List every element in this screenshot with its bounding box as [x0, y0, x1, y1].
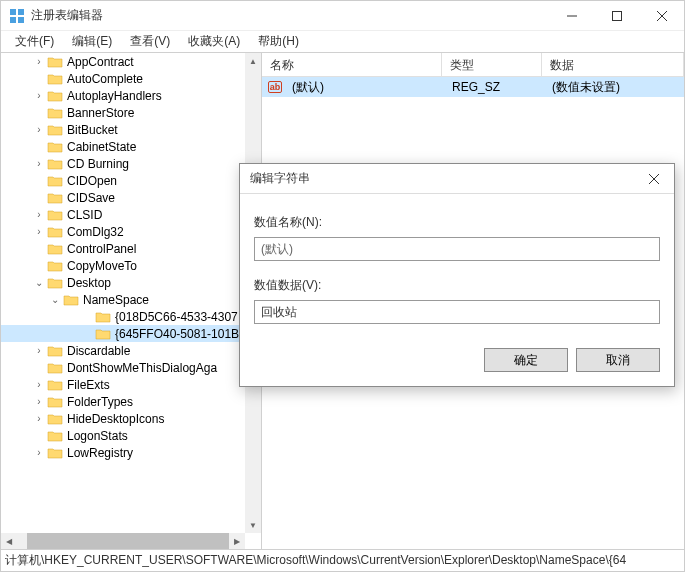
maximize-button[interactable]	[594, 1, 639, 31]
column-type[interactable]: 类型	[442, 53, 542, 76]
tree-item[interactable]: ›AutoplayHandlers	[1, 87, 245, 104]
tree-item[interactable]: ›CLSID	[1, 206, 245, 223]
scroll-right-icon[interactable]: ▶	[229, 533, 245, 549]
tree-item[interactable]: ›ComDlg32	[1, 223, 245, 240]
tree-item[interactable]: ⌄NameSpace	[1, 291, 245, 308]
tree-view[interactable]: ›AppContractAutoComplete›AutoplayHandler…	[1, 53, 245, 533]
tree-item[interactable]: ›AppContract	[1, 53, 245, 70]
folder-icon	[95, 327, 111, 341]
chevron-right-icon[interactable]: ›	[31, 88, 47, 104]
tree-item-label: NameSpace	[83, 293, 149, 307]
tree-item[interactable]: AutoComplete	[1, 70, 245, 87]
tree-item[interactable]: ›FileExts	[1, 376, 245, 393]
dialog-close-button[interactable]	[634, 164, 674, 194]
statusbar: 计算机\HKEY_CURRENT_USER\SOFTWARE\Microsoft…	[1, 549, 684, 571]
tree-item[interactable]: ›FolderTypes	[1, 393, 245, 410]
column-data[interactable]: 数据	[542, 53, 684, 76]
scroll-track[interactable]	[17, 533, 229, 549]
expand-placeholder	[63, 309, 79, 325]
chevron-right-icon[interactable]: ›	[31, 394, 47, 410]
tree-item-label: CIDSave	[67, 191, 115, 205]
chevron-right-icon[interactable]: ›	[31, 122, 47, 138]
list-body[interactable]: ab(默认)REG_SZ(数值未设置)	[262, 77, 684, 97]
chevron-right-icon[interactable]: ›	[31, 156, 47, 172]
tree-item-label: CD Burning	[67, 157, 129, 171]
tree-item[interactable]: ›Discardable	[1, 342, 245, 359]
value-name-label: 数值名称(N):	[254, 214, 660, 231]
chevron-right-icon[interactable]: ›	[31, 207, 47, 223]
tree-item[interactable]: CIDOpen	[1, 172, 245, 189]
tree-item-label: BitBucket	[67, 123, 118, 137]
expand-placeholder	[31, 258, 47, 274]
folder-icon	[47, 412, 63, 426]
tree-item[interactable]: LogonStats	[1, 427, 245, 444]
tree-item[interactable]: ›LowRegistry	[1, 444, 245, 461]
tree-item[interactable]: ControlPanel	[1, 240, 245, 257]
folder-icon	[47, 378, 63, 392]
tree-item-label: CIDOpen	[67, 174, 117, 188]
folder-icon	[95, 310, 111, 324]
ok-button[interactable]: 确定	[484, 348, 568, 372]
scroll-thumb[interactable]	[27, 533, 229, 549]
minimize-button[interactable]	[549, 1, 594, 31]
close-button[interactable]	[639, 1, 684, 31]
tree-item-label: CLSID	[67, 208, 102, 222]
folder-icon	[47, 344, 63, 358]
chevron-right-icon[interactable]: ›	[31, 343, 47, 359]
tree-item[interactable]: ⌄Desktop	[1, 274, 245, 291]
tree-item[interactable]: ›HideDesktopIcons	[1, 410, 245, 427]
tree-item-label: {645FFO40-5081-101B	[115, 327, 239, 341]
menu-help[interactable]: 帮助(H)	[250, 31, 307, 52]
menu-file[interactable]: 文件(F)	[7, 31, 62, 52]
chevron-right-icon[interactable]: ›	[31, 377, 47, 393]
tree-item[interactable]: CopyMoveTo	[1, 257, 245, 274]
cancel-button[interactable]: 取消	[576, 348, 660, 372]
chevron-down-icon[interactable]: ⌄	[31, 275, 47, 291]
expand-placeholder	[63, 326, 79, 342]
window-title: 注册表编辑器	[31, 7, 549, 24]
tree-item[interactable]: CIDSave	[1, 189, 245, 206]
chevron-down-icon[interactable]: ⌄	[47, 292, 63, 308]
chevron-right-icon[interactable]: ›	[31, 445, 47, 461]
folder-icon	[47, 191, 63, 205]
tree-item[interactable]: DontShowMeThisDialogAga	[1, 359, 245, 376]
value-data-input[interactable]	[254, 300, 660, 324]
scroll-down-icon[interactable]: ▼	[245, 517, 261, 533]
expand-placeholder	[31, 173, 47, 189]
scroll-up-icon[interactable]: ▲	[245, 53, 261, 69]
tree-item-label: ComDlg32	[67, 225, 124, 239]
menu-edit[interactable]: 编辑(E)	[64, 31, 120, 52]
chevron-right-icon[interactable]: ›	[31, 411, 47, 427]
folder-icon	[47, 140, 63, 154]
cell-name: (默认)	[284, 79, 444, 96]
scroll-left-icon[interactable]: ◀	[1, 533, 17, 549]
chevron-right-icon[interactable]: ›	[31, 224, 47, 240]
tree-item[interactable]: {645FFO40-5081-101B	[1, 325, 245, 342]
tree-item-label: FolderTypes	[67, 395, 133, 409]
folder-icon	[47, 55, 63, 69]
titlebar: 注册表编辑器	[1, 1, 684, 31]
tree-item-label: CabinetState	[67, 140, 136, 154]
folder-icon	[47, 174, 63, 188]
expand-placeholder	[31, 71, 47, 87]
tree-item[interactable]: {018D5C66-4533-4307	[1, 308, 245, 325]
folder-icon	[47, 72, 63, 86]
tree-item-label: CopyMoveTo	[67, 259, 137, 273]
chevron-right-icon[interactable]: ›	[31, 54, 47, 70]
status-path: 计算机\HKEY_CURRENT_USER\SOFTWARE\Microsoft…	[5, 552, 626, 569]
menu-favorites[interactable]: 收藏夹(A)	[180, 31, 248, 52]
expand-placeholder	[31, 190, 47, 206]
folder-icon	[47, 242, 63, 256]
menu-view[interactable]: 查看(V)	[122, 31, 178, 52]
tree-item[interactable]: ›CD Burning	[1, 155, 245, 172]
tree-scrollbar-horizontal[interactable]: ◀ ▶	[1, 533, 245, 549]
tree-item[interactable]: BannerStore	[1, 104, 245, 121]
tree-item[interactable]: ›BitBucket	[1, 121, 245, 138]
expand-placeholder	[31, 360, 47, 376]
column-name[interactable]: 名称	[262, 53, 442, 76]
tree-item-label: Desktop	[67, 276, 111, 290]
tree-item[interactable]: CabinetState	[1, 138, 245, 155]
value-name-input[interactable]	[254, 237, 660, 261]
svg-rect-0	[10, 9, 16, 15]
list-row[interactable]: ab(默认)REG_SZ(数值未设置)	[262, 77, 684, 97]
